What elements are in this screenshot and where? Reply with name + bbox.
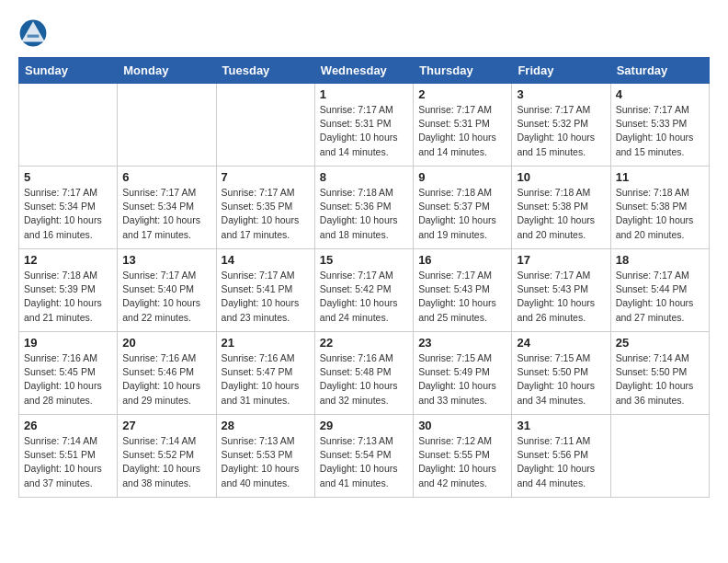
weekday-header-sunday: Sunday bbox=[19, 58, 118, 84]
day-info: Sunrise: 7:18 AMSunset: 5:39 PMDaylight:… bbox=[24, 269, 112, 325]
day-info: Sunrise: 7:17 AMSunset: 5:43 PMDaylight:… bbox=[517, 269, 605, 325]
calendar-cell: 6Sunrise: 7:17 AMSunset: 5:34 PMDaylight… bbox=[118, 167, 216, 249]
weekday-header-wednesday: Wednesday bbox=[314, 58, 413, 84]
calendar-cell: 14Sunrise: 7:17 AMSunset: 5:41 PMDayligh… bbox=[216, 249, 314, 332]
day-info: Sunrise: 7:18 AMSunset: 5:38 PMDaylight:… bbox=[517, 186, 605, 242]
calendar-cell: 24Sunrise: 7:15 AMSunset: 5:50 PMDayligh… bbox=[512, 332, 610, 415]
day-number: 18 bbox=[616, 253, 704, 267]
day-number: 6 bbox=[122, 170, 210, 184]
weekday-header-saturday: Saturday bbox=[610, 58, 709, 84]
calendar-cell: 18Sunrise: 7:17 AMSunset: 5:44 PMDayligh… bbox=[610, 249, 709, 332]
calendar-cell: 1Sunrise: 7:17 AMSunset: 5:31 PMDaylight… bbox=[314, 84, 413, 167]
day-number: 14 bbox=[222, 253, 310, 267]
day-number: 17 bbox=[517, 253, 605, 267]
week-row-4: 19Sunrise: 7:16 AMSunset: 5:45 PMDayligh… bbox=[19, 332, 710, 415]
day-number: 23 bbox=[418, 336, 506, 350]
day-info: Sunrise: 7:17 AMSunset: 5:42 PMDaylight:… bbox=[320, 269, 408, 325]
svg-rect-2 bbox=[28, 35, 40, 38]
calendar-cell: 12Sunrise: 7:18 AMSunset: 5:39 PMDayligh… bbox=[19, 249, 118, 332]
day-number: 4 bbox=[616, 87, 704, 101]
calendar-cell: 19Sunrise: 7:16 AMSunset: 5:45 PMDayligh… bbox=[19, 332, 118, 415]
calendar-cell: 4Sunrise: 7:17 AMSunset: 5:33 PMDaylight… bbox=[610, 84, 709, 167]
weekday-header-monday: Monday bbox=[118, 58, 216, 84]
day-number: 20 bbox=[122, 336, 210, 350]
week-row-5: 26Sunrise: 7:14 AMSunset: 5:51 PMDayligh… bbox=[19, 415, 710, 498]
week-row-3: 12Sunrise: 7:18 AMSunset: 5:39 PMDayligh… bbox=[19, 249, 710, 332]
calendar-cell: 11Sunrise: 7:18 AMSunset: 5:38 PMDayligh… bbox=[610, 167, 709, 249]
calendar-cell bbox=[216, 84, 314, 167]
day-info: Sunrise: 7:12 AMSunset: 5:55 PMDaylight:… bbox=[418, 434, 506, 490]
day-info: Sunrise: 7:14 AMSunset: 5:50 PMDaylight:… bbox=[616, 351, 704, 408]
day-info: Sunrise: 7:11 AMSunset: 5:56 PMDaylight:… bbox=[517, 434, 605, 490]
day-number: 25 bbox=[616, 336, 704, 350]
calendar-cell: 13Sunrise: 7:17 AMSunset: 5:40 PMDayligh… bbox=[118, 249, 216, 332]
day-number: 13 bbox=[122, 253, 210, 267]
calendar-table: SundayMondayTuesdayWednesdayThursdayFrid… bbox=[18, 57, 710, 498]
calendar-cell: 27Sunrise: 7:14 AMSunset: 5:52 PMDayligh… bbox=[118, 415, 216, 498]
day-number: 7 bbox=[222, 170, 310, 184]
day-info: Sunrise: 7:17 AMSunset: 5:43 PMDaylight:… bbox=[418, 269, 506, 325]
day-number: 2 bbox=[418, 87, 506, 101]
calendar-cell: 26Sunrise: 7:14 AMSunset: 5:51 PMDayligh… bbox=[19, 415, 118, 498]
calendar-cell: 23Sunrise: 7:15 AMSunset: 5:49 PMDayligh… bbox=[414, 332, 512, 415]
day-number: 8 bbox=[320, 170, 408, 184]
calendar-cell: 5Sunrise: 7:17 AMSunset: 5:34 PMDaylight… bbox=[19, 167, 118, 249]
day-number: 29 bbox=[320, 419, 408, 432]
page-header bbox=[18, 18, 710, 48]
calendar-cell: 25Sunrise: 7:14 AMSunset: 5:50 PMDayligh… bbox=[610, 332, 709, 415]
calendar-cell: 17Sunrise: 7:17 AMSunset: 5:43 PMDayligh… bbox=[512, 249, 610, 332]
day-number: 30 bbox=[418, 419, 506, 432]
day-number: 10 bbox=[517, 170, 605, 184]
calendar-cell: 20Sunrise: 7:16 AMSunset: 5:46 PMDayligh… bbox=[118, 332, 216, 415]
day-info: Sunrise: 7:17 AMSunset: 5:34 PMDaylight:… bbox=[122, 186, 210, 242]
weekday-header-friday: Friday bbox=[512, 58, 610, 84]
calendar-cell: 10Sunrise: 7:18 AMSunset: 5:38 PMDayligh… bbox=[512, 167, 610, 249]
day-number: 21 bbox=[222, 336, 310, 350]
day-info: Sunrise: 7:18 AMSunset: 5:38 PMDaylight:… bbox=[616, 186, 704, 242]
day-number: 5 bbox=[24, 170, 112, 184]
calendar-cell: 30Sunrise: 7:12 AMSunset: 5:55 PMDayligh… bbox=[414, 415, 512, 498]
calendar-cell: 8Sunrise: 7:18 AMSunset: 5:36 PMDaylight… bbox=[314, 167, 413, 249]
day-number: 31 bbox=[517, 419, 605, 432]
calendar-cell: 21Sunrise: 7:16 AMSunset: 5:47 PMDayligh… bbox=[216, 332, 314, 415]
calendar-cell: 31Sunrise: 7:11 AMSunset: 5:56 PMDayligh… bbox=[512, 415, 610, 498]
day-info: Sunrise: 7:17 AMSunset: 5:34 PMDaylight:… bbox=[24, 186, 112, 242]
day-info: Sunrise: 7:18 AMSunset: 5:37 PMDaylight:… bbox=[418, 186, 506, 242]
day-info: Sunrise: 7:16 AMSunset: 5:47 PMDaylight:… bbox=[222, 351, 310, 408]
day-number: 16 bbox=[418, 253, 506, 267]
day-number: 22 bbox=[320, 336, 408, 350]
weekday-header-row: SundayMondayTuesdayWednesdayThursdayFrid… bbox=[19, 58, 710, 84]
logo bbox=[18, 18, 51, 48]
day-info: Sunrise: 7:14 AMSunset: 5:52 PMDaylight:… bbox=[122, 434, 210, 490]
calendar-cell: 3Sunrise: 7:17 AMSunset: 5:32 PMDaylight… bbox=[512, 84, 610, 167]
day-number: 15 bbox=[320, 253, 408, 267]
day-number: 19 bbox=[24, 336, 112, 350]
calendar-cell: 15Sunrise: 7:17 AMSunset: 5:42 PMDayligh… bbox=[314, 249, 413, 332]
day-info: Sunrise: 7:16 AMSunset: 5:45 PMDaylight:… bbox=[24, 351, 112, 408]
calendar-cell: 7Sunrise: 7:17 AMSunset: 5:35 PMDaylight… bbox=[216, 167, 314, 249]
day-number: 27 bbox=[122, 419, 210, 432]
day-info: Sunrise: 7:17 AMSunset: 5:32 PMDaylight:… bbox=[517, 103, 605, 159]
day-info: Sunrise: 7:17 AMSunset: 5:41 PMDaylight:… bbox=[222, 269, 310, 325]
day-number: 26 bbox=[24, 419, 112, 432]
weekday-header-tuesday: Tuesday bbox=[216, 58, 314, 84]
logo-icon bbox=[18, 18, 48, 48]
calendar-cell: 16Sunrise: 7:17 AMSunset: 5:43 PMDayligh… bbox=[414, 249, 512, 332]
day-info: Sunrise: 7:17 AMSunset: 5:33 PMDaylight:… bbox=[616, 103, 704, 159]
calendar-cell: 29Sunrise: 7:13 AMSunset: 5:54 PMDayligh… bbox=[314, 415, 413, 498]
calendar-cell: 2Sunrise: 7:17 AMSunset: 5:31 PMDaylight… bbox=[414, 84, 512, 167]
page-container: SundayMondayTuesdayWednesdayThursdayFrid… bbox=[0, 0, 728, 507]
day-info: Sunrise: 7:17 AMSunset: 5:31 PMDaylight:… bbox=[418, 103, 506, 159]
calendar-cell: 22Sunrise: 7:16 AMSunset: 5:48 PMDayligh… bbox=[314, 332, 413, 415]
day-info: Sunrise: 7:13 AMSunset: 5:54 PMDaylight:… bbox=[320, 434, 408, 490]
day-info: Sunrise: 7:16 AMSunset: 5:46 PMDaylight:… bbox=[122, 351, 210, 408]
day-info: Sunrise: 7:17 AMSunset: 5:31 PMDaylight:… bbox=[320, 103, 408, 159]
day-number: 24 bbox=[517, 336, 605, 350]
day-number: 11 bbox=[616, 170, 704, 184]
day-number: 3 bbox=[517, 87, 605, 101]
day-info: Sunrise: 7:17 AMSunset: 5:44 PMDaylight:… bbox=[616, 269, 704, 325]
calendar-cell bbox=[118, 84, 216, 167]
day-info: Sunrise: 7:14 AMSunset: 5:51 PMDaylight:… bbox=[24, 434, 112, 490]
day-number: 28 bbox=[222, 419, 310, 432]
day-info: Sunrise: 7:15 AMSunset: 5:49 PMDaylight:… bbox=[418, 351, 506, 408]
